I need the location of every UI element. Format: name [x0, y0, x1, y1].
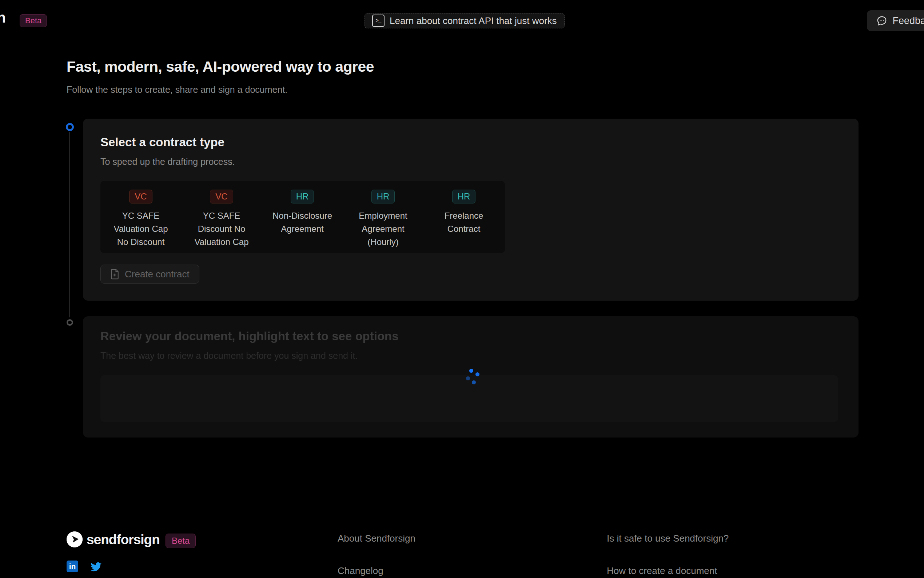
contract-type-label: YC SAFE Discount No Valuation Cap — [191, 209, 252, 248]
contract-type-option[interactable]: HRFreelance Contract — [424, 181, 504, 235]
stepper-dot-inactive — [66, 319, 73, 326]
file-add-icon — [110, 269, 120, 279]
card-title: Select a contract type — [100, 135, 225, 149]
loading-spinner — [464, 367, 481, 385]
create-contract-button[interactable]: Create contract — [100, 265, 199, 284]
header-logo: sendforsign — [0, 10, 5, 26]
footer-links-column-2: Is it safe to use Sendforsign?How to cre… — [607, 532, 729, 578]
card-subtitle: To speed up the drafting process. — [100, 156, 235, 167]
review-card-title: Review your document, highlight text to … — [100, 330, 399, 343]
footer-logo-text: sendforsign — [87, 532, 160, 547]
contract-type-label: YC SAFE Valuation Cap No Discount — [110, 209, 172, 248]
terminal-icon: >_ — [372, 15, 385, 27]
contract-type-option[interactable]: HREmployment Agreement (Hourly) — [343, 181, 424, 248]
linkedin-icon[interactable]: in — [66, 560, 78, 572]
footer-link[interactable]: Changelog — [338, 565, 416, 577]
top-navbar: sendforsign Beta >_ Learn about contract… — [0, 0, 924, 38]
contract-type-label: Freelance Contract — [433, 209, 495, 235]
contract-type-label: Non-Disclosure Agreement — [271, 209, 333, 235]
learn-api-button[interactable]: >_ Learn about contract API that just wo… — [364, 13, 565, 28]
footer-links-column-1: About SendforsignChangelogDocumentation — [338, 532, 416, 578]
contract-type-option[interactable]: HRNon-Disclosure Agreement — [262, 181, 343, 235]
contract-type-option[interactable]: VCYC SAFE Valuation Cap No Discount — [100, 181, 181, 248]
contract-type-label: Employment Agreement (Hourly) — [352, 209, 414, 248]
contract-type-option[interactable]: VCYC SAFE Discount No Valuation Cap — [181, 181, 262, 248]
beta-badge: Beta — [19, 14, 47, 27]
category-tag: HR — [291, 190, 314, 203]
feedback-button[interactable]: Feedback — [867, 10, 924, 31]
review-card-subtitle: The best way to review a document before… — [100, 351, 358, 361]
category-tag: VC — [210, 190, 233, 203]
page-subtitle: Follow the steps to create, share and si… — [66, 84, 287, 95]
twitter-icon[interactable] — [90, 561, 102, 572]
stepper-line — [69, 132, 70, 317]
review-document-card: Review your document, highlight text to … — [83, 316, 859, 437]
contract-type-list: VCYC SAFE Valuation Cap No DiscountVCYC … — [100, 181, 505, 253]
category-tag: VC — [129, 190, 152, 203]
page-title: Fast, modern, safe, AI-powered way to ag… — [66, 58, 374, 75]
create-contract-label: Create contract — [125, 269, 189, 280]
app-window: sendforsign Beta >_ Learn about contract… — [0, 0, 924, 578]
category-tag: HR — [452, 190, 476, 203]
footer-logo-icon — [66, 531, 83, 547]
footer-link[interactable]: About Sendforsign — [338, 532, 416, 544]
footer-link[interactable]: How to create a document — [607, 565, 729, 577]
feedback-label: Feedback — [892, 15, 924, 27]
category-tag: HR — [371, 190, 395, 203]
select-contract-card: Select a contract type To speed up the d… — [83, 119, 859, 300]
footer-link[interactable]: Is it safe to use Sendforsign? — [607, 532, 729, 544]
learn-api-label: Learn about contract API that just works — [390, 15, 557, 27]
footer-beta-badge: Beta — [165, 534, 196, 548]
stepper-dot-active — [66, 123, 74, 131]
message-bubble-icon — [876, 15, 887, 26]
footer-divider — [66, 485, 859, 485]
